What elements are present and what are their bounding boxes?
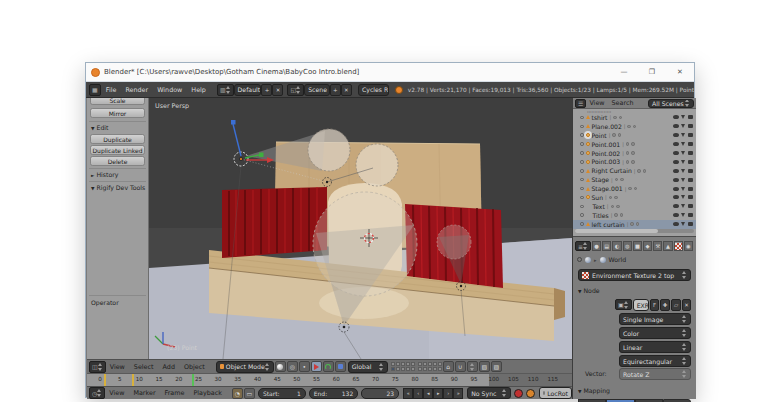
outliner-row[interactable]: left curtain | (573, 220, 696, 229)
object-name[interactable]: tshirt (592, 114, 608, 121)
visibility-eye-icon[interactable] (673, 160, 679, 164)
properties-editor[interactable]: ≡ ● ▤ ◐ ◍ ■ ◆ ⚒ ▲ ◉ ▸ World Environment … (573, 236, 696, 399)
menu-item[interactable]: Help (191, 86, 206, 94)
scenes-filter-select[interactable]: All Scenes (648, 99, 694, 108)
visibility-eye-icon[interactable] (673, 151, 679, 155)
tool-shelf[interactable]: Scale Mirror ▼Edit DuplicateDuplicate Li… (87, 98, 149, 359)
visibility-eye-icon[interactable] (673, 187, 679, 191)
new-image-button[interactable]: ✚ (660, 299, 670, 311)
selectability-cursor-icon[interactable] (681, 187, 685, 191)
selectability-cursor-icon[interactable] (681, 213, 685, 217)
visibility-eye-icon[interactable] (673, 222, 679, 226)
renderability-camera-icon[interactable] (688, 222, 694, 226)
object-name[interactable]: Text (593, 203, 605, 210)
rigify-section-header[interactable]: ▼Rigify Dev Tools (91, 184, 145, 191)
menu-item[interactable]: View (589, 99, 604, 107)
outliner-row[interactable]: Titles | (573, 211, 696, 220)
record-button[interactable] (514, 389, 523, 398)
add-layout-button[interactable]: + (261, 84, 272, 96)
render-engine-select[interactable]: Cycles Render (358, 84, 389, 96)
object-name[interactable]: Stage (592, 176, 610, 183)
orientation-select[interactable]: Global (348, 361, 388, 373)
menu-item[interactable]: Add (163, 363, 175, 371)
title-bar[interactable]: Blender* [C:\Users\rawve\Desktop\Gotham … (86, 63, 694, 82)
visibility-eye-icon[interactable] (673, 195, 679, 199)
minimize-button[interactable]: — (610, 63, 638, 81)
outliner-row[interactable]: Point.001 | (573, 140, 696, 149)
object-name[interactable]: left curtain (592, 221, 625, 228)
selectability-cursor-icon[interactable] (681, 151, 685, 155)
viewport-scene[interactable] (149, 98, 572, 359)
playback-button[interactable]: » (453, 388, 463, 399)
selectability-cursor-icon[interactable] (681, 204, 685, 208)
selectability-cursor-icon[interactable] (681, 133, 685, 137)
visibility-eye-icon[interactable] (673, 213, 679, 217)
expand-icon[interactable] (580, 142, 584, 146)
operator-panel-header[interactable]: Operator (91, 299, 119, 306)
menu-item[interactable]: Select (134, 363, 154, 371)
end-frame-field[interactable]: End:132 (309, 388, 358, 399)
delete-layout-button[interactable]: ✕ (272, 84, 283, 96)
expand-icon[interactable] (580, 133, 584, 137)
renderability-camera-icon[interactable] (688, 124, 694, 128)
viewport-3d[interactable]: User Persp (23) Point (87, 98, 572, 359)
maximize-button[interactable]: ❐ (638, 63, 666, 81)
visibility-eye-icon[interactable] (673, 204, 679, 208)
playback-button[interactable]: ‹ (413, 388, 423, 399)
viewport-shading-button[interactable] (275, 361, 286, 372)
renderability-camera-icon[interactable] (688, 160, 694, 164)
outliner-row[interactable]: Text | (573, 202, 696, 211)
renderability-camera-icon[interactable] (688, 142, 694, 146)
object-name[interactable]: Stage.001 (592, 185, 623, 192)
fake-user-button[interactable]: F (650, 299, 659, 311)
expand-icon[interactable] (580, 178, 584, 182)
renderability-camera-icon[interactable] (688, 151, 694, 155)
outliner-scrollbar[interactable] (575, 229, 694, 233)
menu-item[interactable]: Search (612, 99, 634, 107)
outliner-row[interactable]: Sun | (573, 193, 696, 202)
visibility-eye-icon[interactable] (673, 178, 679, 182)
object-name[interactable]: Sun (592, 194, 604, 201)
unlink-button[interactable]: ✕ (682, 299, 691, 311)
render-opengl-button[interactable]: ▧ (479, 361, 490, 372)
tab-texture-icon[interactable] (674, 241, 683, 251)
mapping-section-header[interactable]: ▼Mapping (578, 387, 610, 394)
pivot-center-toggle[interactable]: • (299, 361, 310, 372)
outliner-row[interactable]: Plane.002 | (573, 122, 696, 131)
renderability-camera-icon[interactable] (688, 195, 694, 199)
autokey-button[interactable] (526, 389, 535, 398)
render-opengl-anim-button[interactable]: ▨ (491, 361, 502, 372)
outliner-row[interactable]: Point.002 | (573, 149, 696, 158)
mirror-button[interactable]: Mirror (90, 108, 145, 118)
lock-button[interactable]: ⌂ (443, 361, 454, 372)
expand-icon[interactable] (580, 196, 584, 200)
image-name-field[interactable]: EXR (633, 299, 649, 311)
edit-button[interactable]: Delete (90, 156, 145, 166)
layers-grid-2[interactable] (418, 362, 442, 371)
expand-icon[interactable] (580, 213, 584, 217)
outliner-editor[interactable]: ☰ ViewSearch All Scenes ˌˌˌˌˌˌˌˌˌˌˌˌˌˌˌˌ… (573, 98, 696, 236)
open-image-button[interactable]: ▱ (671, 299, 681, 311)
manipulator-toggle[interactable] (311, 361, 322, 372)
renderability-camera-icon[interactable] (688, 133, 694, 137)
tab-constraints-icon[interactable]: ◆ (643, 241, 652, 251)
breadcrumb-world-label[interactable]: World (609, 256, 627, 263)
visibility-eye-icon[interactable] (673, 124, 679, 128)
timeline-ruler[interactable]: 0510152025303540455055606570758085909510… (87, 373, 572, 386)
menu-item[interactable]: View (109, 389, 124, 397)
expand-icon[interactable] (580, 169, 584, 173)
scale-button[interactable]: Scale (90, 98, 145, 105)
edit-section-header[interactable]: ▼Edit (91, 124, 108, 131)
image-browse-icon[interactable]: ▣ (615, 299, 632, 310)
editor-type-icon[interactable]: ◫ (89, 361, 106, 373)
pin-icon[interactable] (577, 257, 582, 262)
renderability-camera-icon[interactable] (688, 204, 694, 208)
scale-manipulator-button[interactable] (335, 361, 346, 372)
selectability-cursor-icon[interactable] (681, 142, 685, 146)
pivot-point-button[interactable]: ◎ (287, 361, 298, 372)
menu-item[interactable]: Window (157, 86, 182, 94)
scene-field[interactable]: Scene (304, 84, 330, 96)
object-name[interactable]: Point.002 (592, 150, 621, 157)
mode-select[interactable]: Object Mode (216, 361, 274, 373)
rotate-manipulator-button[interactable] (323, 361, 334, 372)
